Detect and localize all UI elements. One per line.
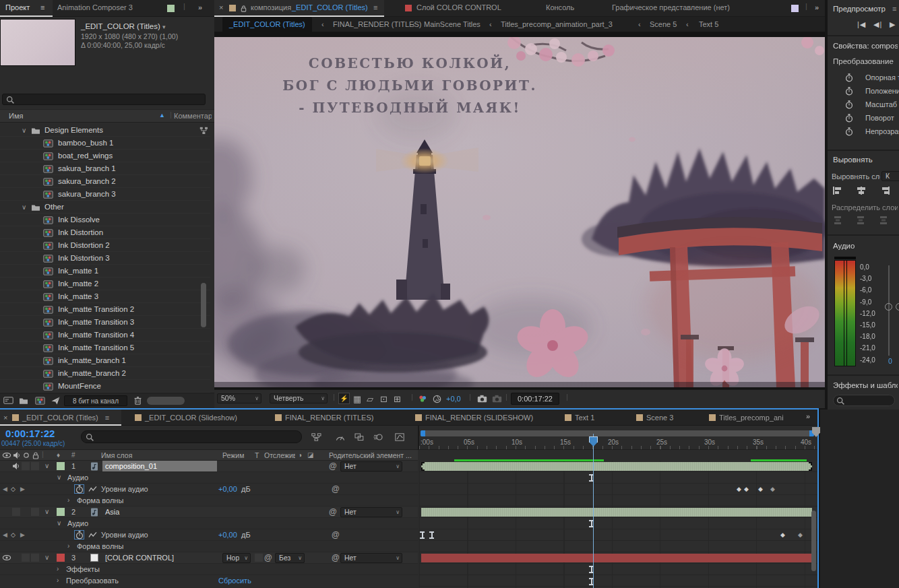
- keyframe-icon[interactable]: ◆: [744, 486, 749, 492]
- project-hscrollbar[interactable]: [147, 397, 185, 405]
- tab-overflow-icon[interactable]: »: [806, 412, 810, 420]
- composition-flowchart-icon[interactable]: [311, 433, 321, 441]
- first-frame-button[interactable]: |◀: [857, 20, 866, 29]
- list-item[interactable]: Ink_matte 1: [0, 265, 210, 277]
- layer-bar-3[interactable]: [421, 554, 812, 562]
- layer-bar-1[interactable]: [421, 462, 812, 471]
- hold-keyframe-icon[interactable]: [420, 531, 425, 539]
- project-panel-menu-icon[interactable]: ≡: [40, 3, 44, 11]
- folder-expander-icon[interactable]: ∨: [22, 201, 26, 214]
- list-item[interactable]: MountFence: [0, 380, 210, 393]
- timeline-search-input[interactable]: [81, 430, 302, 443]
- matte-pickwhip-icon[interactable]: @: [264, 552, 272, 563]
- reset-link[interactable]: Сбросить: [218, 575, 251, 586]
- next-keyframe-icon[interactable]: ▶: [20, 532, 25, 538]
- keyframe-icon[interactable]: ◆: [770, 486, 775, 492]
- layer-name[interactable]: Asia: [105, 507, 119, 517]
- timeline-panel-menu-icon[interactable]: ≡: [105, 414, 109, 422]
- breadcrumb-item[interactable]: Text 5: [699, 17, 718, 32]
- sort-ascending-icon[interactable]: ▲: [159, 112, 165, 119]
- audio-panel-title[interactable]: Аудио: [833, 242, 855, 250]
- new-composition-icon[interactable]: [35, 397, 45, 405]
- breadcrumb-item[interactable]: Titles_precomp_animation_part_3: [501, 17, 613, 32]
- work-area-start-handle[interactable]: [421, 430, 425, 436]
- animation-composer-icon[interactable]: [51, 397, 60, 405]
- composition-canvas[interactable]: СОВЕСТЬЮ КОЛКОЙ, БОГ С ЛЮДЬМИ ГОВОРИТ. -…: [214, 32, 825, 389]
- list-item[interactable]: bamboo_bush 1: [0, 137, 210, 150]
- layer-name[interactable]: [COLOR CONTROL]: [105, 552, 174, 563]
- graph-editor-icon[interactable]: [395, 433, 404, 441]
- group-expander-icon[interactable]: ›: [57, 575, 59, 586]
- add-keyframe-icon[interactable]: ◇: [11, 486, 16, 492]
- align-left-icon[interactable]: [833, 186, 844, 195]
- distribute-icon[interactable]: [879, 216, 890, 225]
- channels-icon[interactable]: [418, 395, 427, 403]
- column-name[interactable]: Имя: [9, 112, 23, 120]
- layer-expander-icon[interactable]: ∨: [44, 552, 49, 563]
- layer-expander-icon[interactable]: ∨: [44, 507, 49, 517]
- property-group-row[interactable]: ∨ Аудио: [0, 472, 418, 484]
- folder-expander-icon[interactable]: ∨: [22, 124, 26, 137]
- list-item[interactable]: Ink Distortion 2: [0, 239, 210, 252]
- stopwatch-icon[interactable]: [845, 114, 853, 123]
- hold-keyframe-icon[interactable]: [429, 531, 434, 539]
- properties-panel-title[interactable]: Свойства: composi: [833, 42, 898, 50]
- list-item[interactable]: sakura_branch 3: [0, 188, 210, 201]
- column-track-matte[interactable]: Отслежива...: [264, 451, 295, 459]
- parent-pickwhip-icon[interactable]: @: [329, 461, 337, 471]
- list-item[interactable]: ink_matte_branch 1: [0, 354, 210, 367]
- current-timecode[interactable]: 0:00:17:22: [5, 428, 55, 439]
- video-column-icon[interactable]: [2, 452, 11, 459]
- audio-slider-handle-right[interactable]: [896, 303, 899, 311]
- timeline-tab[interactable]: Text 1: [565, 410, 594, 426]
- snapshot-icon[interactable]: [477, 395, 487, 403]
- layer-name-selected[interactable]: composition_01: [102, 461, 217, 471]
- property-group-row[interactable]: › Эффекты: [0, 564, 418, 575]
- align-center-horizontal-icon[interactable]: [856, 186, 867, 195]
- list-item[interactable]: ink_matte_branch 2: [0, 367, 210, 380]
- list-item[interactable]: Ink Distortion 3: [0, 252, 210, 265]
- group-expander-icon[interactable]: ›: [67, 495, 69, 506]
- blend-mode-select[interactable]: Нор∨: [222, 553, 251, 563]
- list-item[interactable]: Ink_matte Transition 4: [0, 329, 210, 341]
- keyframe-icon[interactable]: ◆: [798, 532, 803, 538]
- layer-expander-icon[interactable]: ∨: [44, 461, 49, 471]
- list-item[interactable]: sakura_branch 2: [0, 175, 210, 188]
- parent-select[interactable]: Нет∨: [340, 507, 402, 517]
- track-area[interactable]: ◆ ◆ ◆ ◆ ◆ ◆: [419, 461, 817, 588]
- align-target-select[interactable]: К: [881, 171, 899, 181]
- stopwatch-icon[interactable]: [845, 87, 853, 96]
- list-item[interactable]: Ink Distortion: [0, 226, 210, 239]
- timeline-tab-active[interactable]: × _EDIT_COLOR (Titles) ≡: [0, 410, 121, 426]
- group-expander-icon[interactable]: ∨: [57, 518, 61, 529]
- column-parent[interactable]: Родительский элемент ...: [329, 451, 414, 459]
- trash-icon[interactable]: [133, 396, 142, 405]
- group-expander-icon[interactable]: ∨: [57, 472, 61, 483]
- breadcrumb-item[interactable]: MainScene Titles: [424, 17, 480, 32]
- list-item[interactable]: Ink_matte Transition 5: [0, 341, 210, 354]
- project-scrollbar[interactable]: [201, 283, 206, 327]
- parent-select[interactable]: Нет∨: [340, 461, 402, 471]
- exposure-value[interactable]: +0,0: [446, 395, 461, 403]
- frame-blending-icon[interactable]: [354, 433, 364, 441]
- layer-label-color[interactable]: [57, 554, 65, 562]
- list-item-folder[interactable]: ∨ Design Elements: [0, 124, 210, 137]
- property-group-row[interactable]: ∨ Аудио: [0, 518, 418, 529]
- tab-layer[interactable]: Слой COLOR CONTROL: [416, 3, 501, 11]
- align-panel-title[interactable]: Выровнять: [833, 156, 873, 164]
- fast-preview-icon[interactable]: ⚡: [338, 393, 350, 404]
- lock-column-icon[interactable]: [32, 451, 40, 459]
- grid-guides-icon[interactable]: ⊞: [394, 394, 401, 404]
- preview-panel-menu-icon[interactable]: ≡: [892, 5, 896, 13]
- add-keyframe-icon[interactable]: ◇: [11, 532, 16, 538]
- property-group-row[interactable]: › Преобразовать Сбросить: [0, 575, 418, 587]
- keyframe-icon[interactable]: ◆: [758, 486, 763, 492]
- close-icon[interactable]: ×: [3, 410, 7, 426]
- parent-pickwhip-icon[interactable]: @: [332, 552, 340, 563]
- group-expander-icon[interactable]: ›: [57, 564, 59, 575]
- number-column[interactable]: #: [71, 451, 75, 459]
- new-folder-icon[interactable]: [19, 397, 28, 405]
- list-item[interactable]: Ink_matte Transition 3: [0, 316, 210, 329]
- timeline-tab[interactable]: _EDIT_COLOR (Slideshow): [135, 410, 237, 426]
- mask-visibility-icon[interactable]: ▱: [367, 394, 373, 404]
